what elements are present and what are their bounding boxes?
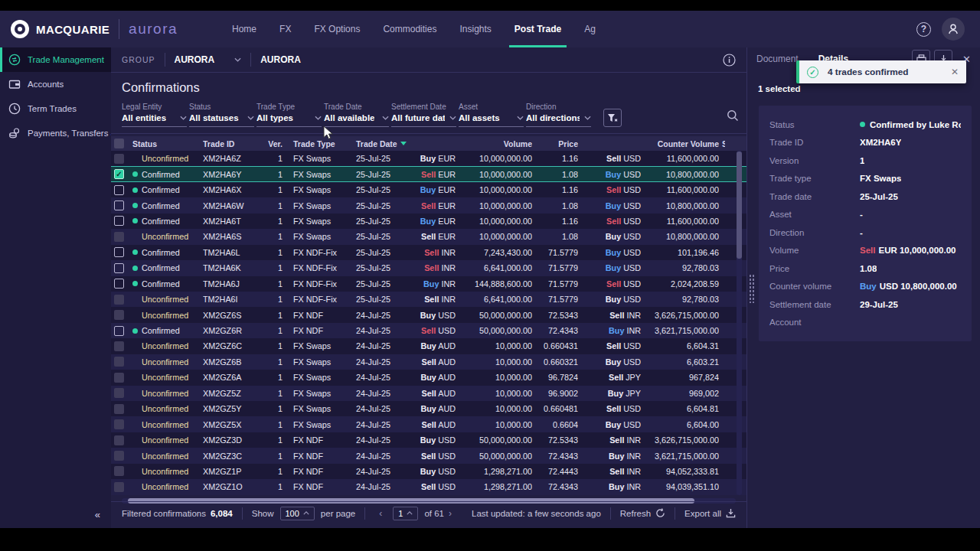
page-size-select[interactable]: 100 (280, 507, 315, 520)
table-row[interactable]: ConfirmedXM2HA6X1FX Swaps25-Jul-25Buy EU… (111, 182, 746, 197)
panel-resize-handle[interactable] (749, 274, 755, 303)
cell-direction: Buy AUD (410, 404, 456, 413)
filter-direction[interactable]: DirectionAll directions (526, 103, 591, 127)
info-icon[interactable] (723, 54, 736, 67)
nav-item-commodities[interactable]: Commodities (371, 11, 448, 47)
table-row[interactable]: UnconfirmedXM2GZ5Y1FX Swaps24-Jul-25Buy … (111, 401, 746, 416)
filter-trade-type[interactable]: Trade TypeAll types (256, 103, 322, 127)
row-checkbox[interactable] (114, 154, 124, 164)
row-checkbox[interactable] (114, 419, 124, 429)
sidebar-item-trade-management[interactable]: Trade Management (0, 47, 111, 72)
nav-item-post-trade[interactable]: Post Trade (503, 11, 573, 47)
column-header-trade-date[interactable]: Trade Date (347, 139, 410, 148)
table-row[interactable]: UnconfirmedXM2GZ6A1FX Swaps24-Jul-25Buy … (111, 370, 746, 385)
filter-trade-date[interactable]: Trade DateAll available (324, 103, 389, 127)
row-checkbox[interactable] (114, 435, 124, 445)
row-checkbox[interactable] (114, 247, 124, 257)
cell-direction: Buy EUR (410, 217, 456, 226)
next-page-button[interactable]: › (449, 508, 452, 519)
table-row[interactable]: UnconfirmedXM2HA6Z1FX Swaps25-Jul-25Buy … (111, 151, 746, 166)
user-avatar[interactable] (942, 18, 965, 41)
column-header-counter-volume[interactable]: Counter Volume (641, 139, 719, 148)
table-row[interactable]: ConfirmedXM2GZ6R1FX NDF24-Jul-25Sell USD… (111, 323, 746, 338)
row-checkbox[interactable] (114, 466, 124, 476)
filter-legal-entity[interactable]: Legal EntityAll entities (122, 103, 187, 127)
row-checkbox[interactable] (114, 232, 124, 242)
vertical-scrollbar-thumb[interactable] (737, 152, 742, 259)
column-header-trade-type[interactable]: Trade Type (283, 139, 347, 148)
refresh-button[interactable]: Refresh (620, 508, 665, 518)
table-row[interactable]: UnconfirmedXM2GZ6S1FX NDF24-Jul-25Buy US… (111, 307, 746, 322)
row-checkbox[interactable] (114, 279, 124, 289)
sidebar-item-payments-transfers[interactable]: Payments, Transfers & ... (0, 121, 111, 145)
filter-settlement-date[interactable]: Settlement DateAll future dat... (391, 103, 456, 127)
table-row[interactable]: ConfirmedXM2HA6W1FX Swaps25-Jul-25Sell E… (111, 197, 746, 213)
status-dot (132, 281, 138, 286)
sidebar-item-term-trades[interactable]: Term Trades (0, 96, 111, 121)
row-checkbox[interactable] (114, 326, 124, 336)
row-checkbox[interactable] (114, 482, 124, 492)
filter-asset[interactable]: AssetAll assets (459, 103, 524, 127)
table-row[interactable]: UnconfirmedXM2GZ1O1FX NDF24-Jul-25Sell U… (111, 479, 746, 494)
cell-counter-direction: Sell USD (578, 279, 641, 289)
cell-price: 96.9002 (532, 389, 578, 398)
row-checkbox[interactable] (114, 341, 124, 351)
column-header-trade-id[interactable]: Trade ID (203, 139, 263, 148)
table-row[interactable]: UnconfirmedXM2GZ3D1FX NDF24-Jul-25Buy US… (111, 432, 746, 448)
status-dot (132, 266, 138, 271)
table-row[interactable]: UnconfirmedXM2GZ3C1FX NDF24-Jul-25Sell U… (111, 448, 746, 463)
prev-page-button[interactable]: ‹ (379, 508, 382, 519)
clear-filters-button[interactable] (603, 109, 622, 127)
row-checkbox[interactable] (114, 310, 124, 320)
column-header-price[interactable]: Price (532, 139, 578, 148)
table-row[interactable]: ConfirmedXM2HA6T1FX Swaps25-Jul-25Buy EU… (111, 214, 746, 229)
search-icon[interactable] (727, 109, 739, 125)
help-icon[interactable]: ? (916, 22, 931, 37)
table-row[interactable]: ConfirmedTM2HA6K1FX NDF-Fix25-Jul-25Sell… (111, 260, 746, 276)
row-checkbox[interactable] (114, 373, 124, 383)
cell-status: Unconfirmed (132, 452, 203, 461)
cell-trade-date: 25-Jul-25 (347, 170, 410, 179)
column-header-status[interactable]: Status (132, 139, 203, 148)
toast-close-icon[interactable]: ✕ (951, 67, 959, 77)
table-row[interactable]: UnconfirmedXM2GZ6B1FX Swaps24-Jul-25Sell… (111, 354, 746, 370)
table-vertical-scrollbar[interactable] (737, 151, 742, 495)
nav-item-insights[interactable]: Insights (448, 11, 502, 47)
tab-document[interactable]: Document (756, 47, 799, 70)
page-number-select[interactable]: 1 (393, 507, 418, 520)
nav-item-fx[interactable]: FX (268, 11, 302, 47)
sidebar-item-accounts[interactable]: Accounts (0, 72, 111, 96)
row-checkbox[interactable] (114, 388, 124, 398)
table-row[interactable]: UnconfirmedXM2HA6S1FX Swaps25-Jul-25Sell… (111, 229, 746, 244)
group-selector[interactable]: AURORA (175, 54, 242, 65)
table-row[interactable]: ConfirmedTM2HA6L1FX NDF-Fix25-Jul-25Sell… (111, 245, 746, 260)
column-header-version[interactable]: Ver. (263, 139, 283, 148)
nav-item-ag[interactable]: Ag (573, 11, 607, 47)
select-all-checkbox[interactable] (114, 139, 124, 148)
export-all-button[interactable]: Export all (684, 508, 736, 518)
row-checkbox[interactable] (114, 357, 124, 367)
cell-direction: Buy EUR (410, 154, 456, 163)
row-checkbox[interactable] (114, 216, 124, 226)
column-header-volume[interactable]: Volume (456, 139, 532, 148)
cell-volume: 50,000,000.00 (456, 326, 532, 335)
table-row[interactable]: UnconfirmedXM2GZ5X1FX Swaps24-Jul-25Sell… (111, 416, 746, 432)
row-checkbox[interactable] (114, 451, 124, 461)
table-row[interactable]: UnconfirmedXM2GZ5Z1FX Swaps24-Jul-25Sell… (111, 386, 746, 401)
nav-item-fx-options[interactable]: FX Options (302, 11, 371, 47)
table-row[interactable]: ConfirmedTM2HA6J1FX NDF-Fix25-Jul-25Buy … (111, 276, 746, 292)
nav-item-home[interactable]: Home (220, 11, 268, 47)
row-checkbox[interactable] (114, 185, 124, 195)
table-row[interactable]: ✓ConfirmedXM2HA6Y1FX Swaps25-Jul-25Sell … (111, 166, 746, 181)
row-checkbox[interactable] (114, 404, 124, 414)
sidebar-collapse-button[interactable]: « (95, 509, 100, 520)
table-row[interactable]: UnconfirmedTM2HA6I1FX NDF-Fix25-Jul-25Se… (111, 292, 746, 307)
filter-status[interactable]: StatusAll statuses (189, 103, 254, 127)
table-row[interactable]: UnconfirmedXM2GZ1P1FX NDF24-Jul-25Buy US… (111, 464, 746, 479)
row-checkbox[interactable] (114, 295, 124, 305)
row-checkbox[interactable] (114, 263, 124, 273)
row-checkbox[interactable] (114, 201, 124, 210)
cell-counter-volume: 969,002 (641, 389, 719, 398)
table-row[interactable]: UnconfirmedXM2GZ6C1FX Swaps24-Jul-25Buy … (111, 338, 746, 354)
row-checkbox[interactable]: ✓ (114, 169, 124, 179)
